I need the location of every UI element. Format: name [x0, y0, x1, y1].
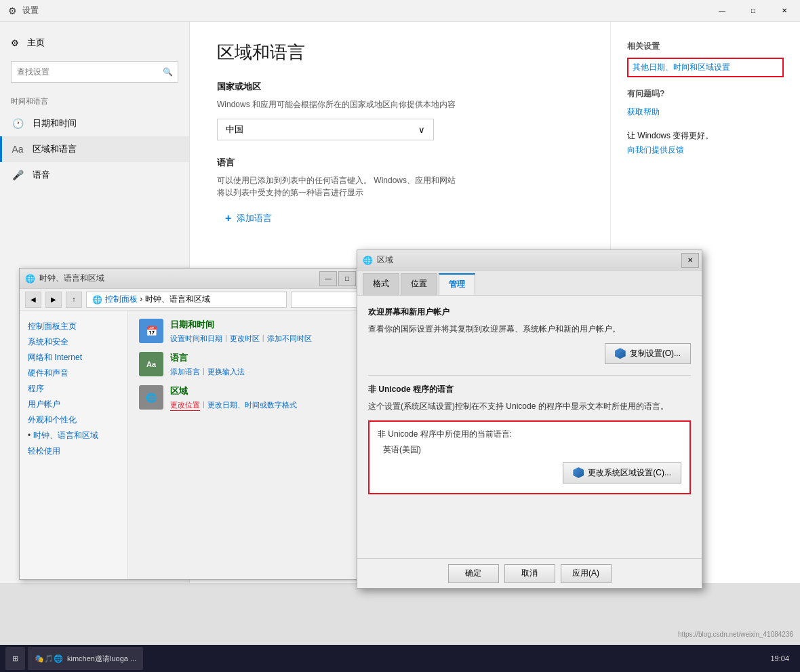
- rd-tab-location[interactable]: 位置: [401, 273, 437, 295]
- rd-body: 欢迎屏幕和新用户帐户 查看你的国际设置并将其复制到欢迎屏幕、系统帐户和新的用户帐…: [357, 296, 702, 505]
- cp-sidebar-programs[interactable]: 程序: [28, 381, 119, 397]
- rd-change-button-label: 更改系统区域设置(C)...: [588, 467, 671, 479]
- cp-body: 控制面板主页 系统和安全 网络和 Internet 硬件和声音 程序 用户帐户 …: [20, 311, 378, 579]
- cp-datetime-title: 日期和时间: [170, 319, 367, 331]
- sidebar-item-region-label: 区域和语言: [33, 143, 77, 155]
- rd-apply-button[interactable]: 应用(A): [561, 564, 612, 583]
- windows-icon: ⊞: [12, 654, 18, 663]
- rd-tab-format[interactable]: 格式: [363, 273, 399, 295]
- feedback-title: 让 Windows 变得更好。: [627, 130, 784, 142]
- rd-unicode-desc: 这个设置(系统区域设置)控制在不支持 Unicode 的程序中显示文本时所使用的…: [368, 401, 691, 412]
- rd-titlebar: 🌐 区域 ✕: [357, 250, 702, 271]
- rd-ok-button[interactable]: 确定: [448, 564, 499, 583]
- cp-title-left: 🌐 时钟、语言和区域: [25, 273, 104, 284]
- watermark: https://blog.csdn.net/weixin_41084236: [678, 631, 793, 638]
- taskbar: ⊞ 🎭🎵🌐 kimchen邀请luoga ... 19:04: [0, 645, 800, 672]
- cp-set-datetime-link[interactable]: 设置时间和日期: [170, 334, 222, 344]
- help-title: 有问题吗?: [627, 88, 784, 100]
- cp-region-item: 🌐 区域 更改位置 | 更改日期、时间或数字格式: [139, 385, 367, 411]
- rd-welcome-title: 欢迎屏幕和新用户帐户: [368, 307, 691, 318]
- rd-change-system-locale-button[interactable]: 更改系统区域设置(C)...: [563, 462, 681, 483]
- cp-sidebar-ease[interactable]: 轻松使用: [28, 443, 119, 459]
- settings-close-button[interactable]: ✕: [769, 0, 800, 22]
- cp-change-input-link[interactable]: 更换输入法: [207, 367, 245, 377]
- cp-region-icon: 🌐: [139, 385, 163, 410]
- settings-titlebar: ⚙ 设置 — □ ✕: [0, 0, 800, 22]
- search-input[interactable]: [11, 61, 178, 83]
- cp-add-timezone-link[interactable]: 添加不同时区: [267, 334, 312, 344]
- cp-back-button[interactable]: ◀: [25, 292, 41, 308]
- cp-sidebar-hardware[interactable]: 硬件和声音: [28, 365, 119, 381]
- taskbar-item-label: kimchen邀请luoga ...: [67, 654, 136, 664]
- breadcrumb-current: 时钟、语言和区域: [145, 294, 210, 304]
- cp-datetime-icon: 📅: [139, 319, 163, 343]
- cp-change-location-link[interactable]: 更改位置: [170, 400, 200, 411]
- sidebar-home-item[interactable]: ⚙ 主页: [0, 30, 189, 56]
- rd-current-lang-value: 英语(美国): [378, 444, 681, 456]
- breadcrumb-sep: ›: [140, 294, 144, 304]
- cp-change-format-link[interactable]: 更改日期、时间或数字格式: [207, 400, 297, 411]
- related-settings-link[interactable]: 其他日期、时间和区域设置: [627, 58, 784, 77]
- speech-icon: 🎤: [11, 170, 24, 180]
- rd-title-left: 🌐 区域: [363, 254, 393, 266]
- breadcrumb-root[interactable]: 控制面板: [105, 294, 138, 304]
- cp-minimize-button[interactable]: —: [319, 271, 337, 286]
- settings-minimize-button[interactable]: —: [706, 0, 738, 22]
- rd-divider: [368, 375, 691, 376]
- sidebar-search-box: 🔍: [11, 61, 178, 83]
- cp-title-icon: 🌐: [25, 274, 35, 283]
- settings-title: ⚙ 设置: [8, 5, 39, 16]
- cp-region-content: 区域 更改位置 | 更改日期、时间或数字格式: [170, 385, 367, 411]
- rd-tabs: 格式 位置 管理: [357, 271, 702, 296]
- cp-sidebar-home[interactable]: 控制面板主页: [28, 319, 119, 334]
- cp-sidebar-network[interactable]: 网络和 Internet: [28, 350, 119, 365]
- rd-cancel-button[interactable]: 取消: [504, 564, 555, 583]
- cp-address-bar: 🌐 控制面板 › 时钟、语言和区域: [86, 292, 287, 308]
- cp-sidebar-clock[interactable]: 时钟、语言和区域: [28, 428, 119, 443]
- cp-sidebar-users[interactable]: 用户帐户: [28, 397, 119, 412]
- help-link[interactable]: 获取帮助: [627, 105, 784, 119]
- rd-footer: 确定 取消 应用(A): [357, 558, 702, 588]
- page-title: 区域和语言: [217, 41, 583, 64]
- related-settings-title: 相关设置: [627, 41, 784, 52]
- rd-welcome-desc: 查看你的国际设置并将其复制到欢迎屏幕、系统帐户和新的用户帐户。: [368, 323, 691, 335]
- cp-main: 📅 日期和时间 设置时间和日期 | 更改时区 | 添加不同时区 Aa 语言: [128, 311, 378, 579]
- cp-sidebar-security[interactable]: 系统和安全: [28, 334, 119, 350]
- country-dropdown[interactable]: 中国 ∨: [217, 119, 434, 140]
- sidebar-item-region[interactable]: Aa 区域和语言: [0, 136, 189, 162]
- sidebar-item-speech-label: 语音: [33, 169, 50, 181]
- language-section-title: 语言: [217, 157, 583, 169]
- sidebar-item-speech[interactable]: 🎤 语音: [0, 162, 189, 188]
- feedback-link[interactable]: 向我们提供反馈: [627, 144, 784, 156]
- taskbar-start[interactable]: ⊞: [5, 647, 25, 670]
- cp-forward-button[interactable]: ▶: [45, 292, 62, 308]
- country-value: 中国: [226, 123, 243, 136]
- address-icon: 🌐: [92, 295, 102, 304]
- cp-change-timezone-link[interactable]: 更改时区: [230, 334, 260, 344]
- gear-icon: ⚙: [11, 38, 19, 48]
- cp-datetime-content: 日期和时间 设置时间和日期 | 更改时区 | 添加不同时区: [170, 319, 367, 344]
- rd-close-button[interactable]: ✕: [681, 253, 699, 268]
- settings-maximize-button[interactable]: □: [738, 0, 769, 22]
- cp-language-title: 语言: [170, 352, 367, 364]
- rd-tab-admin[interactable]: 管理: [439, 273, 475, 295]
- cp-language-content: 语言 添加语言 | 更换输入法: [170, 352, 367, 377]
- sidebar-section-label: 时间和语言: [0, 88, 189, 111]
- cp-region-title: 区域: [170, 385, 367, 397]
- cp-sidebar-appearance[interactable]: 外观和个性化: [28, 412, 119, 428]
- sidebar-item-datetime[interactable]: 🕐 日期和时间: [0, 111, 189, 136]
- cp-language-item: Aa 语言 添加语言 | 更换输入法: [139, 352, 367, 377]
- rd-copy-button-label: 复制设置(O)...: [630, 348, 681, 359]
- cp-title-text: 时钟、语言和区域: [39, 273, 104, 284]
- add-language-button[interactable]: + 添加语言: [217, 207, 280, 230]
- sidebar-home-label: 主页: [27, 37, 45, 49]
- plus-icon: +: [225, 212, 231, 224]
- taskbar-item-1[interactable]: 🎭🎵🌐 kimchen邀请luoga ...: [28, 647, 143, 670]
- country-section-desc: Windows 和应用可能会根据你所在的国家或地区向你提供本地内容: [217, 98, 583, 111]
- rd-copy-settings-button[interactable]: 复制设置(O)...: [605, 343, 691, 364]
- cp-maximize-button[interactable]: □: [338, 271, 356, 286]
- taskbar-icons: 🎭🎵🌐: [35, 654, 63, 663]
- settings-titlebar-controls: — □ ✕: [706, 0, 800, 22]
- cp-add-language-link[interactable]: 添加语言: [170, 367, 200, 377]
- cp-up-button[interactable]: ↑: [66, 292, 82, 308]
